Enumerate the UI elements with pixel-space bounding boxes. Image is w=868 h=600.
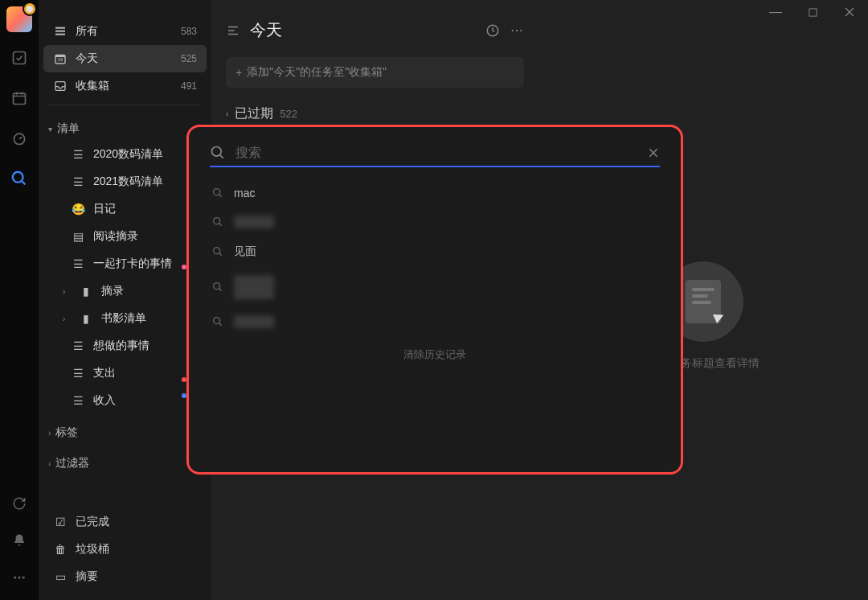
trash-icon: 🗑 xyxy=(53,543,68,556)
list-icon: ☰ xyxy=(71,394,85,407)
search-icon xyxy=(210,145,226,161)
svg-point-4 xyxy=(14,577,16,579)
blurred-text xyxy=(234,315,274,328)
clear-history-button[interactable]: 清除历史记录 xyxy=(210,347,660,362)
sidebar-list-media[interactable]: ›▮书影清单 xyxy=(43,305,207,332)
list-icon: ☰ xyxy=(71,175,85,188)
chevron-right-icon: › xyxy=(48,429,51,438)
sidebar-list-diary[interactable]: 😂日记 xyxy=(43,195,207,223)
sidebar-lists-header[interactable]: ▾ 清单 xyxy=(39,117,211,141)
svg-point-3 xyxy=(13,172,23,183)
svg-rect-0 xyxy=(14,52,26,64)
sync-icon[interactable] xyxy=(5,489,34,518)
close-icon[interactable] xyxy=(647,146,660,159)
sidebar-header-label: 清单 xyxy=(57,121,80,136)
blurred-text xyxy=(234,216,274,228)
sidebar-list-expense[interactable]: ☰支出 xyxy=(43,360,207,387)
sidebar-list-income[interactable]: ☰收入 xyxy=(43,387,207,414)
more-icon[interactable] xyxy=(5,563,34,592)
search-icon xyxy=(211,281,224,294)
window-titlebar: — xyxy=(757,0,868,24)
plus-icon: + xyxy=(235,66,242,79)
sidebar-item-inbox[interactable]: 收集箱 491 xyxy=(43,72,207,100)
search-icon[interactable] xyxy=(5,164,34,193)
emoji-icon: 😂 xyxy=(71,203,85,216)
minimize-button[interactable]: — xyxy=(757,0,794,24)
chevron-right-icon: › xyxy=(63,314,71,323)
sidebar-summary[interactable]: ▭摘要 xyxy=(43,563,207,590)
list-icon: ☰ xyxy=(71,367,85,380)
sidebar-list-excerpts[interactable]: ›▮摘录 xyxy=(43,277,207,305)
tasks-icon[interactable] xyxy=(5,43,34,72)
folder-icon: ▮ xyxy=(79,285,93,298)
svg-point-6 xyxy=(23,577,25,579)
today-icon: 29 xyxy=(53,52,68,65)
history-icon[interactable] xyxy=(485,23,500,38)
all-icon xyxy=(53,25,68,38)
svg-rect-8 xyxy=(55,31,65,32)
chevron-down-icon: ▾ xyxy=(48,125,52,134)
page-title: 今天 xyxy=(250,19,282,41)
svg-rect-24 xyxy=(809,8,816,15)
more-icon[interactable] xyxy=(510,23,524,38)
search-icon xyxy=(211,187,224,199)
maximize-button[interactable] xyxy=(794,0,831,24)
sidebar-item-count: 491 xyxy=(181,80,197,92)
svg-rect-1 xyxy=(14,93,26,104)
sidebar-completed[interactable]: ☑已完成 xyxy=(43,508,207,536)
search-history-item[interactable] xyxy=(210,267,660,307)
sidebar-list-wishes[interactable]: ☰想做的事情 xyxy=(43,332,207,360)
avatar[interactable]: ⚪ xyxy=(6,6,32,32)
svg-text:29: 29 xyxy=(58,57,63,62)
sidebar: 所有 583 29 今天 525 收集箱 491 ▾ 清单 ☰2020数码清单 … xyxy=(39,0,211,600)
svg-point-2 xyxy=(14,134,24,144)
sidebar-list-2021[interactable]: ☰2021数码清单 xyxy=(43,168,207,195)
svg-point-17 xyxy=(520,29,522,31)
sidebar-item-all[interactable]: 所有 583 xyxy=(43,18,207,45)
calendar-icon[interactable] xyxy=(5,84,34,113)
sidebar-tags-header[interactable]: › 标签 xyxy=(39,421,211,445)
sidebar-item-label: 所有 xyxy=(76,24,98,39)
search-modal: mac 见面 清除历史记录 xyxy=(186,125,683,475)
list-icon: ☰ xyxy=(71,339,85,352)
notification-icon[interactable] xyxy=(5,526,34,555)
sidebar-list-habits[interactable]: ☰一起打卡的事情 xyxy=(43,250,207,277)
check-icon: ☑ xyxy=(53,516,68,528)
folder-icon: ▮ xyxy=(79,312,93,325)
svg-rect-9 xyxy=(55,34,65,35)
note-icon: ▤ xyxy=(71,230,85,243)
section-overdue[interactable]: › 已过期 522 xyxy=(226,105,524,122)
sidebar-item-today[interactable]: 29 今天 525 xyxy=(43,45,207,72)
sidebar-list-2020[interactable]: ☰2020数码清单 xyxy=(43,141,207,168)
add-task-input[interactable]: + 添加"今天"的任务至"收集箱" xyxy=(226,57,524,88)
sidebar-header-label: 过滤器 xyxy=(55,456,89,471)
sidebar-item-count: 583 xyxy=(181,26,197,37)
add-task-placeholder: 添加"今天"的任务至"收集箱" xyxy=(247,65,387,80)
activity-rail: ⚪ xyxy=(0,0,39,600)
sidebar-list-reading[interactable]: ▤阅读摘录 xyxy=(43,223,207,250)
sidebar-header-label: 标签 xyxy=(55,425,78,440)
sidebar-filters-header[interactable]: › 过滤器 xyxy=(39,451,211,475)
search-input[interactable] xyxy=(235,146,637,160)
pomo-icon[interactable] xyxy=(5,124,34,153)
blurred-text xyxy=(234,275,274,299)
chevron-right-icon: › xyxy=(48,459,51,468)
search-history-item[interactable]: mac xyxy=(210,179,660,208)
search-history-item[interactable] xyxy=(210,208,660,236)
search-icon xyxy=(211,315,224,328)
close-button[interactable] xyxy=(831,0,868,24)
svg-point-18 xyxy=(212,147,222,157)
avatar-notification-badge: ⚪ xyxy=(23,2,37,16)
search-history-item[interactable] xyxy=(210,307,660,336)
svg-point-16 xyxy=(516,29,518,31)
svg-point-5 xyxy=(18,577,21,579)
list-menu-icon[interactable] xyxy=(226,23,240,38)
sidebar-item-label: 今天 xyxy=(76,51,98,66)
sidebar-trash[interactable]: 🗑垃圾桶 xyxy=(43,536,207,563)
search-icon xyxy=(211,245,224,258)
list-icon: ☰ xyxy=(71,257,85,270)
search-icon xyxy=(211,216,224,228)
search-history-item[interactable]: 见面 xyxy=(210,236,660,267)
inbox-icon xyxy=(53,80,68,92)
sidebar-item-count: 525 xyxy=(181,53,197,64)
